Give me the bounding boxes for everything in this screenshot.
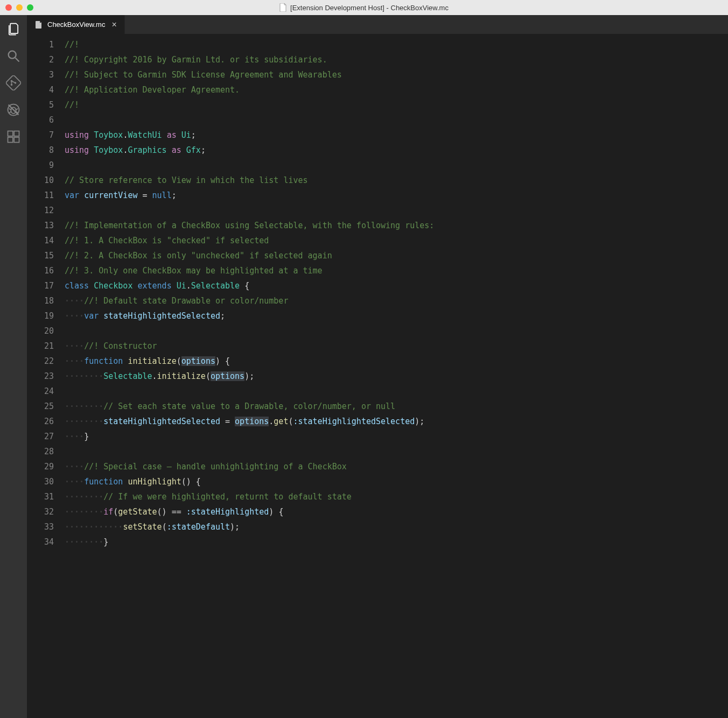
tab-close-button[interactable]: ×	[111, 20, 116, 30]
code-editor[interactable]: 1234567891011121314151617181920212223242…	[27, 34, 728, 718]
indent-guide: ············	[65, 522, 123, 532]
activity-explorer[interactable]	[5, 20, 22, 38]
svg-line-9	[16, 109, 18, 110]
indent-guide: ········	[65, 492, 103, 502]
code-line[interactable]: //!	[65, 37, 728, 52]
line-number: 20	[27, 323, 54, 339]
line-number: 7	[27, 128, 54, 143]
code-line[interactable]: ········}	[65, 534, 728, 550]
svg-rect-15	[14, 137, 19, 142]
code-line[interactable]: ········Selectable.initialize(options);	[65, 369, 728, 384]
code-line[interactable]	[65, 444, 728, 459]
code-line[interactable]	[65, 112, 728, 128]
debug-icon	[6, 102, 21, 117]
line-number: 22	[27, 354, 54, 369]
activity-debug[interactable]	[5, 101, 22, 118]
indent-guide: ····	[65, 296, 84, 306]
code-line[interactable]	[65, 323, 728, 339]
svg-rect-13	[8, 131, 13, 136]
editor-area: CheckBoxView.mc × 1234567891011121314151…	[27, 15, 728, 718]
file-icon	[34, 20, 43, 29]
line-number: 21	[27, 339, 54, 354]
line-number: 29	[27, 459, 54, 474]
line-number: 25	[27, 399, 54, 414]
indent-guide: ····	[65, 432, 84, 441]
line-number: 5	[27, 97, 54, 112]
line-number: 24	[27, 384, 54, 399]
code-line[interactable]: using Toybox.WatchUi as Ui;	[65, 128, 728, 143]
code-line[interactable]	[65, 203, 728, 218]
code-line[interactable]: // Store reference to View in which the …	[65, 173, 728, 188]
code-line[interactable]: //!	[65, 97, 728, 112]
code-line[interactable]: //! Implementation of a CheckBox using S…	[65, 218, 728, 233]
code-line[interactable]: ····//! Special case – handle unhighligh…	[65, 459, 728, 474]
code-line[interactable]: using Toybox.Graphics as Gfx;	[65, 143, 728, 158]
line-number: 34	[27, 534, 54, 550]
line-number: 3	[27, 67, 54, 82]
code-line[interactable]: ········stateHighlightedSelected = optio…	[65, 414, 728, 429]
code-line[interactable]: ····}	[65, 429, 728, 444]
line-number: 2	[27, 52, 54, 67]
code-line[interactable]: ····function initialize(options) {	[65, 354, 728, 369]
extensions-icon	[6, 129, 21, 144]
line-number: 26	[27, 414, 54, 429]
code-line[interactable]: ····//! Default state Drawable or color/…	[65, 293, 728, 308]
code-line[interactable]: ········// Set each state value to a Dra…	[65, 399, 728, 414]
git-icon	[6, 75, 21, 90]
window-title-text: [Extension Development Host] - CheckBoxV…	[290, 4, 449, 12]
line-number: 4	[27, 82, 54, 97]
svg-rect-14	[8, 137, 13, 142]
editor-tab[interactable]: CheckBoxView.mc ×	[27, 15, 125, 34]
activity-bar	[0, 15, 27, 718]
line-number: 19	[27, 308, 54, 323]
activity-git[interactable]	[5, 74, 22, 91]
line-number: 1	[27, 37, 54, 52]
code-line[interactable]: //! Application Developer Agreement.	[65, 82, 728, 97]
indent-guide: ····	[65, 462, 84, 471]
code-line[interactable]: ····function unHighlight() {	[65, 474, 728, 489]
svg-rect-2	[6, 75, 21, 90]
line-number: 30	[27, 474, 54, 489]
tab-filename: CheckBoxView.mc	[47, 20, 105, 29]
code-line[interactable]: //! 2. A CheckBox is only "unchecked" if…	[65, 248, 728, 263]
code-line[interactable]: ········if(getState() == :stateHighlight…	[65, 504, 728, 519]
line-number: 27	[27, 429, 54, 444]
line-number: 31	[27, 489, 54, 504]
indent-guide: ········	[65, 417, 103, 426]
code-content[interactable]: //!//! Copyright 2016 by Garmin Ltd. or …	[65, 37, 728, 718]
line-number: 33	[27, 519, 54, 534]
line-number: 13	[27, 218, 54, 233]
title-bar: [Extension Development Host] - CheckBoxV…	[0, 0, 728, 15]
code-line[interactable]: //! Subject to Garmin SDK License Agreem…	[65, 67, 728, 82]
code-line[interactable]: ····var stateHighlightedSelected;	[65, 308, 728, 323]
indent-guide: ········	[65, 402, 103, 411]
line-number: 15	[27, 248, 54, 263]
code-line[interactable]	[65, 384, 728, 399]
code-line[interactable]	[65, 158, 728, 173]
indent-guide: ········	[65, 507, 103, 517]
code-line[interactable]: ····//! Constructor	[65, 339, 728, 354]
line-number: 11	[27, 188, 54, 203]
code-line[interactable]: class Checkbox extends Ui.Selectable {	[65, 278, 728, 293]
line-number: 8	[27, 143, 54, 158]
indent-guide: ····	[65, 477, 84, 487]
code-line[interactable]: //! 1. A CheckBox is "checked" if select…	[65, 233, 728, 248]
svg-point-5	[11, 84, 13, 86]
window-title: [Extension Development Host] - CheckBoxV…	[0, 3, 728, 12]
line-number: 9	[27, 158, 54, 173]
files-icon	[6, 22, 21, 37]
indent-guide: ········	[65, 371, 103, 381]
line-number: 6	[27, 112, 54, 128]
code-line[interactable]: //! 3. Only one CheckBox may be highligh…	[65, 263, 728, 278]
code-line[interactable]: ············setState(:stateDefault);	[65, 519, 728, 534]
line-number: 14	[27, 233, 54, 248]
code-line[interactable]: ········// If we were highlighted, retur…	[65, 489, 728, 504]
code-line[interactable]: var currentView = null;	[65, 188, 728, 203]
activity-extensions[interactable]	[5, 128, 22, 145]
activity-search[interactable]	[5, 47, 22, 65]
svg-point-0	[9, 51, 16, 59]
line-number: 12	[27, 203, 54, 218]
line-number: 28	[27, 444, 54, 459]
code-line[interactable]: //! Copyright 2016 by Garmin Ltd. or its…	[65, 52, 728, 67]
line-number: 23	[27, 369, 54, 384]
